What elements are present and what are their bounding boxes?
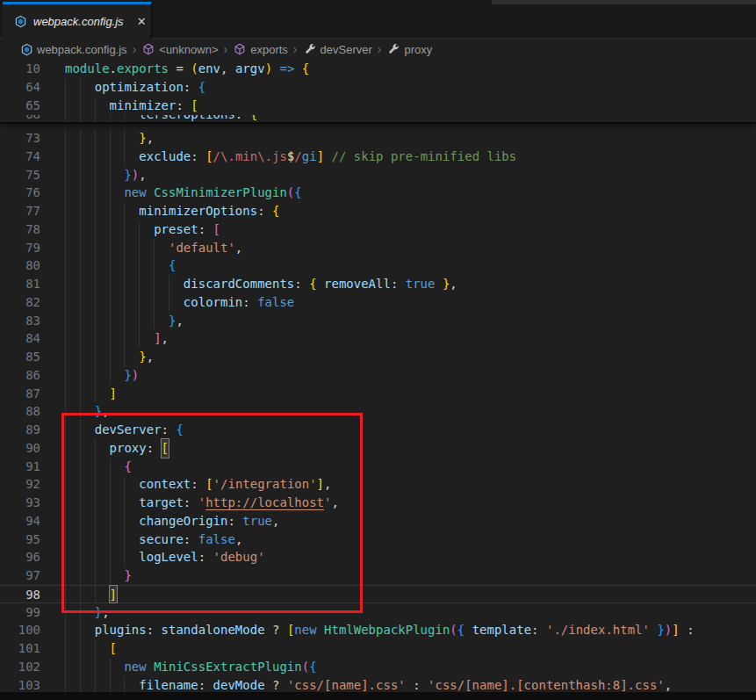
code-line[interactable]: 78preset: [ [0,220,756,239]
code-line[interactable]: 98] [0,585,756,603]
code-token: /\.min\.js [213,148,287,166]
code-text: }, [40,129,154,148]
code-token: , [102,402,109,421]
code-token: devMode [213,676,265,693]
code-token: : [147,439,162,458]
code-line[interactable]: 89devServer: { [0,421,756,439]
code-text: minimizerOptions: { [40,202,279,220]
line-number: 94 [0,512,40,530]
code-token: context [139,475,191,494]
code-line[interactable]: 76new CssMinimizerPlugin({ [0,184,756,202]
code-line[interactable]: 87] [0,385,756,403]
code-token: ) [665,621,672,639]
code-token: plugins [95,621,147,639]
code-line[interactable]: 82colormin: false [0,293,756,312]
line-number: 93 [0,494,40,512]
line-number: 95 [0,530,40,549]
code-line[interactable]: 97} [0,566,756,585]
code-line[interactable]: 77minimizerOptions: { [0,202,756,220]
code-line[interactable]: 86}) [0,366,756,385]
sticky-line[interactable]: 68terserOptions: { [0,115,756,124]
sticky-line[interactable]: 64optimization: { [0,78,756,97]
code-line[interactable]: 90proxy: [ [0,439,756,458]
code-token: CssMinimizerPlugin [154,184,287,202]
bracket-match: ] [110,586,117,603]
code-token: : [294,275,309,293]
code-token: MiniCssExtractPlugin [154,658,302,676]
code-token: , [272,512,279,530]
code-text: module.exports = (env, argv) => { [40,60,309,78]
code-line[interactable]: 101[ [0,639,756,658]
code-line[interactable]: 100plugins: standaloneMode ? [new HtmlWe… [0,621,756,639]
code-line[interactable]: 79'default', [0,239,756,257]
tab-bar: webpack.config.js ✕ [0,0,756,39]
code-line[interactable]: 80{ [0,256,756,275]
code-token: true [406,275,436,293]
code-token: 'css/[name].css' [287,676,406,693]
code-line[interactable]: 75}), [0,166,756,184]
code-token: exports [117,60,169,78]
breadcrumb-item[interactable]: webpack.config.js [19,42,127,56]
breadcrumb-item[interactable]: <unknown> [141,42,218,56]
code-token: } [124,366,131,385]
code-token: logLevel [139,548,198,566]
line-number: 97 [0,566,40,585]
code-token: exclude [139,148,191,166]
code-text: { [40,458,132,476]
breadcrumb-label: proxy [404,43,432,56]
code-line[interactable]: 73}, [0,129,756,148]
tab-webpack-config[interactable]: webpack.config.js ✕ [3,2,152,39]
code-line[interactable]: 95secure: false, [0,530,756,549]
code-text: logLevel: 'debug' [40,548,265,566]
sticky-line[interactable]: 10module.exports = (env, argv) => { [0,60,756,78]
code-line[interactable]: 103filename: devMode ? 'css/[name].css' … [0,676,756,693]
indent-guides [65,530,139,549]
namespace-icon [233,42,247,56]
code-token: , [147,348,154,366]
code-editor[interactable]: 73},74exclude: [/\.min\.js$/gi] // skip … [0,126,756,692]
code-text: }, [40,603,110,622]
code-line[interactable]: 94changeOrigin: true, [0,512,756,530]
code-token: } [124,166,131,184]
code-line[interactable]: 92context: ['/integration'], [0,475,756,494]
line-number: 77 [0,202,40,220]
code-line[interactable]: 84], [0,329,756,348]
code-line[interactable]: 83}, [0,312,756,330]
code-text: } [40,566,132,585]
code-line[interactable]: 96logLevel: 'debug' [0,548,756,566]
code-token: standaloneMode [162,621,265,639]
code-token: { [198,78,205,97]
code-line[interactable]: 93target: 'http://localhost', [0,494,756,512]
line-number: 68 [0,115,40,124]
code-token: : [162,421,176,439]
code-line[interactable]: 102new MiniCssExtractPlugin({ [0,658,756,676]
code-token: ) [265,60,272,78]
code-line[interactable]: 91{ [0,458,756,476]
close-icon[interactable]: ✕ [137,15,147,28]
code-text: new MiniCssExtractPlugin({ [40,658,317,676]
code-line[interactable]: 88}, [0,402,756,421]
indent-guides [65,566,124,585]
breadcrumb-item[interactable]: exports [233,42,288,56]
code-token: '/integration' [213,475,317,494]
code-line[interactable]: 85}, [0,348,756,366]
indent-guides [65,78,95,97]
code-token: ] [672,621,679,639]
sticky-line[interactable]: 65minimizer: [ [0,97,756,115]
code-token: module [65,60,110,78]
code-token: ] [154,329,161,348]
code-line[interactable]: 99}, [0,603,756,622]
code-token: discardComments [184,275,294,293]
code-line[interactable]: 74exclude: [/\.min\.js$/gi] // skip pre-… [0,148,756,166]
indent-guides [65,97,110,115]
breadcrumb-item[interactable]: devServer [303,42,372,56]
code-text: plugins: standaloneMode ? [new HtmlWebpa… [40,621,695,639]
code-line[interactable]: 81discardComments: { removeAll: true }, [0,275,756,293]
breadcrumb-item[interactable]: proxy [386,42,432,56]
code-token: ' [198,494,205,512]
indent-guides [65,512,139,530]
code-text: optimization: { [40,78,205,97]
code-token: => [280,60,295,78]
code-token: , [235,530,242,549]
code-token: devServer [95,421,162,439]
